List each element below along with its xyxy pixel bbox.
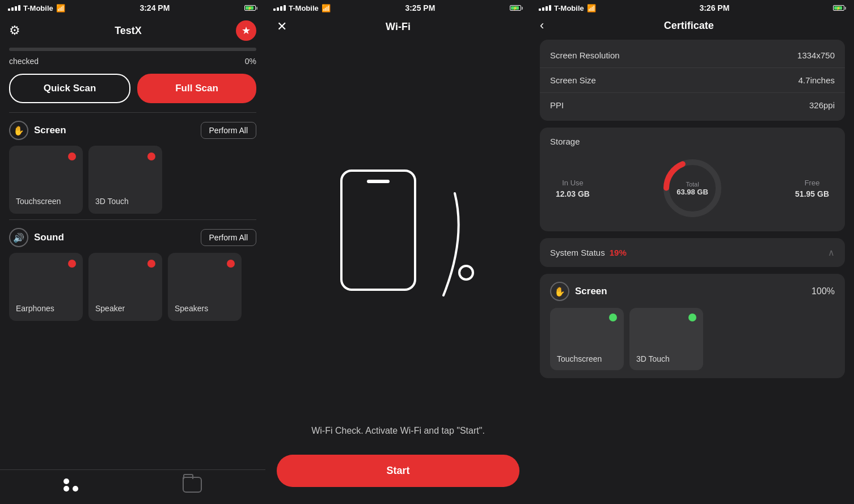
chevron-up-icon: ∧ (828, 247, 835, 258)
shield-badge[interactable]: ★ (236, 20, 256, 41)
gear-icon[interactable]: ⚙ (9, 23, 20, 38)
cert-screen-label: Screen (575, 286, 607, 297)
status-left-3: T-Mobile 📶 (539, 4, 596, 12)
scan-btn-row: Quick Scan Full Scan (0, 71, 265, 112)
cert-3dtouch-label: 3D Touch (636, 354, 670, 363)
cert-screen-icon: ✋ (550, 282, 569, 301)
touchscreen-dot (68, 153, 76, 160)
storage-donut: Total 63.98 GB (658, 154, 726, 222)
wifi-icon-1: 📶 (56, 4, 65, 12)
app-header-1: ⚙ TestX ★ (0, 16, 265, 48)
status-right-1: ⚡ (244, 5, 257, 11)
speaker-item[interactable]: Speaker (88, 253, 162, 321)
system-status-card[interactable]: System Status 19% ∧ (540, 238, 845, 267)
panel-testx: T-Mobile 📶 3:24 PM ⚡ ⚙ TestX ★ checke (0, 0, 265, 504)
speaker-label: Speaker (95, 304, 125, 313)
system-status-left: System Status 19% (550, 248, 627, 257)
touchscreen-label: Touchscreen (16, 197, 61, 206)
screen-size-row: Screen Size 4.7inches (540, 68, 845, 93)
wifi-svg (307, 159, 489, 307)
svg-rect-0 (341, 171, 415, 290)
status-left-2: T-Mobile 📶 (273, 4, 331, 12)
donut-center: Total 63.98 GB (677, 181, 708, 196)
screen-resolution-value: 1334x750 (797, 50, 835, 60)
cert-3dtouch-dot (688, 314, 696, 321)
status-row: checked 0% (0, 54, 265, 71)
back-button[interactable]: ‹ (540, 18, 544, 33)
panel-wifi: T-Mobile 📶 3:25 PM ⚡ ✕ Wi-Fi (265, 0, 531, 504)
cert-3dtouch-item[interactable]: 3D Touch (629, 308, 703, 370)
speakers-item[interactable]: Speakers (168, 253, 242, 321)
time-1: 3:24 PM (139, 3, 170, 12)
storage-visual: In Use 12.03 GB Total 63.98 GB (550, 154, 835, 222)
sound-label: Sound (34, 232, 64, 243)
quick-scan-button[interactable]: Quick Scan (9, 74, 130, 103)
touchscreen-item[interactable]: Touchscreen (9, 146, 83, 214)
sound-section-title: 🔊 Sound (9, 228, 64, 247)
cert-nav: ‹ Certificate (531, 16, 854, 40)
progress-percent: 0% (245, 57, 256, 66)
info-card: Screen Resolution 1334x750 Screen Size 4… (540, 40, 845, 121)
wifi-nav: ✕ Wi-Fi (265, 16, 531, 42)
screen-label: Screen (34, 125, 66, 136)
battery-icon-3: ⚡ (833, 5, 846, 11)
sound-section-icon: 🔊 (9, 228, 28, 247)
3dtouch-label: 3D Touch (95, 197, 129, 206)
start-button[interactable]: Start (277, 455, 519, 487)
screen-perform-all-button[interactable]: Perform All (201, 122, 256, 139)
status-bar-2: T-Mobile 📶 3:25 PM ⚡ (265, 0, 531, 16)
system-status-label: System Status (550, 248, 605, 257)
earphones-dot (68, 260, 76, 268)
svg-point-2 (459, 266, 473, 279)
cert-touchscreen-label: Touchscreen (557, 354, 602, 363)
screen-section-header: ✋ Screen Perform All (0, 113, 265, 146)
full-scan-button[interactable]: Full Scan (137, 74, 256, 103)
status-right-3: ⚡ (833, 5, 846, 11)
nav-folder-icon[interactable] (183, 477, 202, 493)
ppi-value: 326ppi (809, 100, 835, 110)
signal-icon-3 (539, 5, 551, 11)
screen-section-icon: ✋ (9, 121, 28, 140)
close-button[interactable]: ✕ (277, 20, 287, 33)
cert-screen-grid: Touchscreen 3D Touch (550, 308, 835, 370)
panel-certificate: T-Mobile 📶 3:26 PM ⚡ ‹ Certificate Scree… (531, 0, 854, 504)
sound-section-header: 🔊 Sound Perform All (0, 220, 265, 253)
sound-grid: Earphones Speaker Speakers (0, 253, 265, 327)
earphones-label: Earphones (16, 304, 54, 313)
nav-dots-icon[interactable] (64, 478, 78, 492)
wifi-description: Wi-Fi Check. Activate Wi-Fi and tap "Sta… (265, 424, 531, 455)
signal-icon-1 (8, 5, 20, 11)
cert-screen-title-row: ✋ Screen (550, 282, 607, 301)
screen-resolution-label: Screen Resolution (550, 50, 620, 60)
wifi-title: Wi-Fi (386, 21, 411, 33)
svg-rect-1 (367, 180, 390, 183)
checked-label: checked (9, 57, 39, 66)
cert-title: Certificate (549, 20, 828, 32)
ppi-row: PPI 326ppi (540, 93, 845, 117)
progress-bar-wrap (0, 48, 265, 54)
in-use-value: 12.03 GB (556, 189, 590, 198)
screen-resolution-row: Screen Resolution 1334x750 (540, 43, 845, 68)
cert-touchscreen-item[interactable]: Touchscreen (550, 308, 624, 370)
earphones-item[interactable]: Earphones (9, 253, 83, 321)
bottom-nav (0, 469, 265, 504)
screen-size-label: Screen Size (550, 75, 596, 85)
app-title: TestX (115, 25, 142, 37)
storage-card: Storage In Use 12.03 GB Total (540, 128, 845, 231)
wifi-icon-3: 📶 (587, 4, 596, 12)
wifi-icon-2: 📶 (322, 4, 331, 12)
cert-content: Screen Resolution 1334x750 Screen Size 4… (531, 40, 854, 504)
battery-icon-2: ⚡ (510, 5, 523, 11)
3dtouch-item[interactable]: 3D Touch (88, 146, 162, 214)
wifi-illustration (265, 42, 531, 424)
sound-perform-all-button[interactable]: Perform All (201, 229, 256, 246)
total-value: 63.98 GB (677, 188, 708, 196)
free-stat: Free 51.95 GB (795, 179, 829, 198)
free-value: 51.95 GB (795, 189, 829, 198)
status-right-2: ⚡ (510, 5, 523, 11)
touch-icon: ✋ (13, 125, 24, 136)
in-use-stat: In Use 12.03 GB (556, 179, 590, 198)
screen-size-value: 4.7inches (798, 75, 835, 85)
signal-icon-2 (273, 5, 286, 11)
status-left-1: T-Mobile 📶 (8, 4, 65, 12)
